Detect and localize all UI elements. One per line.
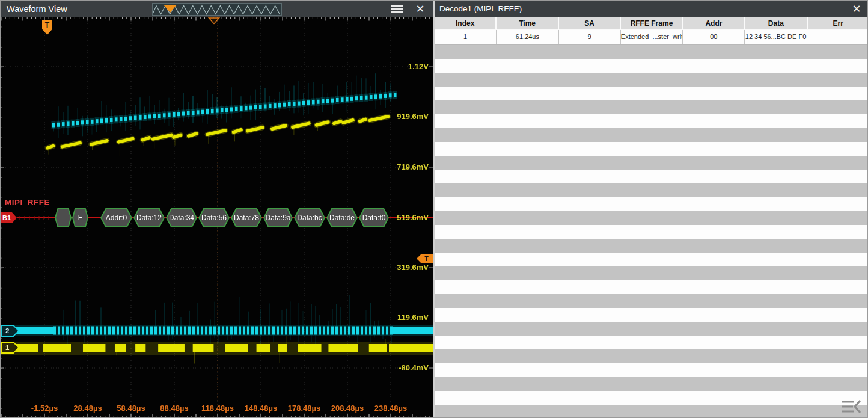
decode-table-empty-rows bbox=[435, 45, 868, 418]
time-axis-label: 148.48µs bbox=[245, 404, 277, 413]
decode-frame: Data:de bbox=[326, 208, 358, 227]
voltage-axis-label: 719.6mV bbox=[397, 162, 429, 171]
decode-frame: Data:bc bbox=[294, 208, 325, 227]
overview-trigger-marker-icon[interactable] bbox=[164, 5, 177, 13]
decode-close-icon[interactable]: ✕ bbox=[849, 1, 864, 17]
scroll-follow-icon[interactable] bbox=[840, 398, 863, 415]
col-err: Err bbox=[808, 17, 868, 29]
waveform-close-icon[interactable]: ✕ bbox=[413, 1, 427, 17]
decode-frame: Data:34 bbox=[166, 208, 197, 227]
decode-frame: Data:12 bbox=[133, 208, 165, 227]
voltage-axis-label: 119.6mV bbox=[397, 313, 429, 322]
voltage-axis-label: 519.6mV bbox=[397, 213, 429, 222]
cell-data: 12 34 56...BC DE F0 bbox=[745, 30, 807, 44]
col-sa: SA bbox=[559, 17, 621, 29]
decode-frame: Data:f0 bbox=[359, 208, 389, 227]
voltage-axis-label: 319.6mV bbox=[397, 263, 429, 272]
hamburger-menu-icon[interactable] bbox=[391, 5, 403, 13]
cell-addr: 00 bbox=[683, 30, 745, 44]
waveform-view-panel: Waveform View ✕ T 1.12V919.6mV719.6mV519… bbox=[1, 1, 433, 418]
decode-results-panel: Decode1 (MIPI_RFFE) ✕ Index Time SA RFFE… bbox=[433, 1, 868, 418]
timebase-overview[interactable] bbox=[152, 3, 282, 16]
time-axis-label: 28.48µs bbox=[73, 404, 102, 413]
time-axis-label: -1.52µs bbox=[31, 404, 58, 413]
waveform-view-title: Waveform View bbox=[7, 1, 67, 17]
decode-table-header: Index Time SA RFFE Frame Addr Data Err bbox=[435, 17, 868, 30]
decode-frame: Data:78 bbox=[231, 208, 262, 227]
decode-frame bbox=[55, 208, 72, 227]
time-axis-label: 178.48µs bbox=[288, 404, 320, 413]
oscilloscope-screen: Waveform View ✕ T 1.12V919.6mV719.6mV519… bbox=[0, 0, 868, 418]
decode-frame: Data:9a bbox=[263, 208, 293, 227]
decode-frame: Addr:0 bbox=[100, 208, 132, 227]
time-axis-label: 88.48µs bbox=[160, 404, 188, 413]
voltage-axis-label: 919.6mV bbox=[397, 112, 429, 121]
bus-name-label: MIPI_RFFE bbox=[5, 198, 50, 207]
decode-table-row[interactable]: 1 61.24us 9 Extended_...ster_write 00 12… bbox=[435, 30, 868, 45]
time-axis-label: 118.48µs bbox=[201, 404, 234, 413]
decode-title: Decode1 (MIPI_RFFE) bbox=[439, 1, 522, 17]
cell-index: 1 bbox=[435, 30, 497, 44]
time-axis-label: 238.48µs bbox=[374, 404, 407, 413]
col-index: Index bbox=[435, 17, 497, 29]
voltage-axis-label: -80.4mV bbox=[399, 363, 429, 372]
col-addr: Addr bbox=[683, 17, 745, 29]
time-axis-label: 208.48µs bbox=[331, 404, 364, 413]
col-time: Time bbox=[497, 17, 558, 29]
cell-rffe-frame: Extended_...ster_write bbox=[621, 30, 683, 44]
time-axis-label: 58.48µs bbox=[117, 404, 145, 413]
decode-frame: F bbox=[72, 208, 88, 227]
col-rffe-frame: RFFE Frame bbox=[621, 17, 683, 29]
voltage-axis-label: 1.12V bbox=[408, 62, 429, 71]
decode-frame: Data:56 bbox=[198, 208, 230, 227]
cell-sa: 9 bbox=[559, 30, 621, 44]
trigger-position-icon[interactable] bbox=[208, 17, 220, 25]
cell-err bbox=[807, 30, 868, 44]
decode-titlebar: Decode1 (MIPI_RFFE) ✕ bbox=[435, 1, 868, 17]
cell-time: 61.24us bbox=[497, 30, 558, 44]
waveform-titlebar: Waveform View ✕ bbox=[1, 1, 433, 17]
col-data: Data bbox=[745, 17, 807, 29]
